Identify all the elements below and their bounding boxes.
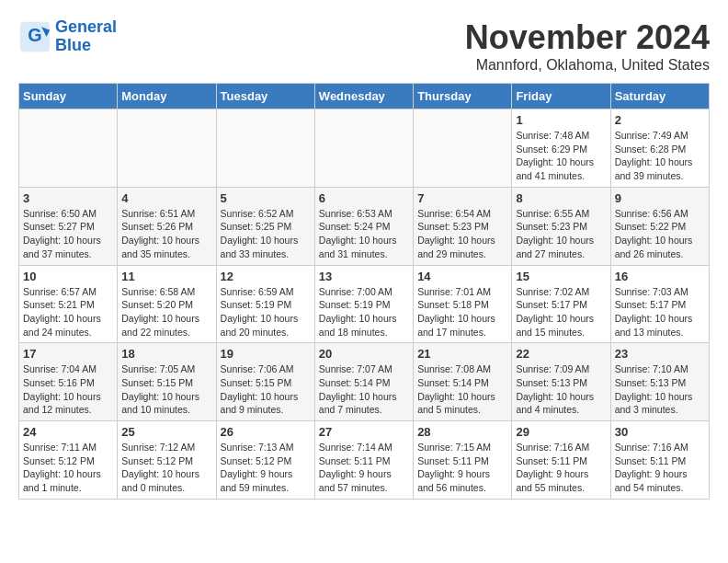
empty-cell (118, 109, 216, 188)
day-cell-17: 17Sunrise: 7:04 AM Sunset: 5:16 PM Dayli… (19, 343, 118, 421)
day-number: 10 (23, 270, 113, 283)
day-number: 22 (516, 347, 606, 361)
day-header-saturday: Saturday (610, 84, 709, 109)
day-cell-30: 30Sunrise: 7:16 AM Sunset: 5:11 PM Dayli… (610, 421, 709, 500)
week-row-3: 10Sunrise: 6:57 AM Sunset: 5:21 PM Dayli… (19, 265, 710, 343)
day-number: 23 (615, 347, 705, 361)
empty-cell (314, 109, 413, 188)
day-cell-13: 13Sunrise: 7:00 AM Sunset: 5:19 PM Dayli… (314, 265, 413, 343)
day-number: 30 (615, 425, 705, 439)
day-cell-7: 7Sunrise: 6:54 AM Sunset: 5:23 PM Daylig… (414, 187, 512, 265)
day-cell-2: 2Sunrise: 7:49 AM Sunset: 6:28 PM Daylig… (610, 109, 709, 188)
day-info: Sunrise: 7:01 AM Sunset: 5:18 PM Dayligh… (417, 285, 507, 339)
day-cell-23: 23Sunrise: 7:10 AM Sunset: 5:13 PM Dayli… (610, 343, 709, 421)
day-number: 16 (615, 270, 705, 283)
day-info: Sunrise: 7:16 AM Sunset: 5:11 PM Dayligh… (516, 441, 606, 495)
day-info: Sunrise: 7:03 AM Sunset: 5:17 PM Dayligh… (615, 285, 705, 339)
day-cell-18: 18Sunrise: 7:05 AM Sunset: 5:15 PM Dayli… (118, 343, 216, 421)
day-info: Sunrise: 7:05 AM Sunset: 5:15 PM Dayligh… (121, 362, 211, 417)
day-info: Sunrise: 7:09 AM Sunset: 5:13 PM Dayligh… (516, 362, 606, 417)
day-cell-9: 9Sunrise: 6:56 AM Sunset: 5:22 PM Daylig… (610, 187, 709, 265)
day-number: 1 (516, 113, 606, 127)
day-info: Sunrise: 6:55 AM Sunset: 5:23 PM Dayligh… (516, 207, 606, 261)
day-info: Sunrise: 6:54 AM Sunset: 5:23 PM Dayligh… (417, 207, 507, 261)
day-cell-16: 16Sunrise: 7:03 AM Sunset: 5:17 PM Dayli… (610, 265, 709, 343)
logo: G General Blue (18, 18, 117, 55)
day-header-monday: Monday (118, 84, 216, 109)
day-cell-28: 28Sunrise: 7:15 AM Sunset: 5:11 PM Dayli… (414, 421, 512, 500)
day-info: Sunrise: 7:11 AM Sunset: 5:12 PM Dayligh… (23, 441, 113, 495)
calendar-header-row: SundayMondayTuesdayWednesdayThursdayFrid… (19, 84, 710, 109)
day-info: Sunrise: 7:06 AM Sunset: 5:15 PM Dayligh… (221, 362, 311, 417)
day-number: 14 (417, 270, 507, 283)
day-number: 25 (121, 425, 211, 439)
day-info: Sunrise: 6:57 AM Sunset: 5:21 PM Dayligh… (23, 285, 113, 339)
day-info: Sunrise: 7:00 AM Sunset: 5:19 PM Dayligh… (319, 285, 409, 339)
day-info: Sunrise: 6:50 AM Sunset: 5:27 PM Dayligh… (23, 207, 113, 261)
day-cell-3: 3Sunrise: 6:50 AM Sunset: 5:27 PM Daylig… (19, 187, 118, 265)
day-cell-20: 20Sunrise: 7:07 AM Sunset: 5:14 PM Dayli… (314, 343, 413, 421)
day-number: 7 (417, 191, 507, 205)
day-cell-4: 4Sunrise: 6:51 AM Sunset: 5:26 PM Daylig… (118, 187, 216, 265)
day-header-thursday: Thursday (414, 84, 512, 109)
day-header-sunday: Sunday (19, 84, 118, 109)
title-area: November 2024 Mannford, Oklahoma, United… (465, 18, 710, 74)
day-cell-11: 11Sunrise: 6:58 AM Sunset: 5:20 PM Dayli… (118, 265, 216, 343)
day-info: Sunrise: 6:56 AM Sunset: 5:22 PM Dayligh… (615, 207, 705, 261)
day-header-tuesday: Tuesday (216, 84, 314, 109)
day-cell-27: 27Sunrise: 7:14 AM Sunset: 5:11 PM Dayli… (314, 421, 413, 500)
day-info: Sunrise: 7:07 AM Sunset: 5:14 PM Dayligh… (319, 362, 409, 417)
svg-text:G: G (28, 25, 41, 45)
day-cell-5: 5Sunrise: 6:52 AM Sunset: 5:25 PM Daylig… (216, 187, 314, 265)
day-info: Sunrise: 7:10 AM Sunset: 5:13 PM Dayligh… (615, 362, 705, 417)
day-number: 2 (615, 113, 705, 127)
day-cell-15: 15Sunrise: 7:02 AM Sunset: 5:17 PM Dayli… (512, 265, 610, 343)
day-number: 24 (23, 425, 113, 439)
day-number: 3 (23, 191, 113, 205)
day-cell-24: 24Sunrise: 7:11 AM Sunset: 5:12 PM Dayli… (19, 421, 118, 500)
day-number: 9 (615, 191, 705, 205)
day-cell-6: 6Sunrise: 6:53 AM Sunset: 5:24 PM Daylig… (314, 187, 413, 265)
week-row-5: 24Sunrise: 7:11 AM Sunset: 5:12 PM Dayli… (19, 421, 710, 500)
empty-cell (414, 109, 512, 188)
day-number: 6 (319, 191, 409, 205)
day-number: 13 (319, 270, 409, 283)
day-number: 4 (121, 191, 211, 205)
day-info: Sunrise: 7:13 AM Sunset: 5:12 PM Dayligh… (221, 441, 311, 495)
location-title: Mannford, Oklahoma, United States (465, 57, 710, 74)
day-cell-29: 29Sunrise: 7:16 AM Sunset: 5:11 PM Dayli… (512, 421, 610, 500)
calendar-body: 1Sunrise: 7:48 AM Sunset: 6:29 PM Daylig… (19, 109, 710, 500)
day-number: 12 (221, 270, 311, 283)
day-info: Sunrise: 7:15 AM Sunset: 5:11 PM Dayligh… (417, 441, 507, 495)
day-number: 8 (516, 191, 606, 205)
day-number: 21 (417, 347, 507, 361)
day-number: 17 (23, 347, 113, 361)
day-cell-1: 1Sunrise: 7:48 AM Sunset: 6:29 PM Daylig… (512, 109, 610, 188)
day-info: Sunrise: 7:49 AM Sunset: 6:28 PM Dayligh… (615, 129, 705, 183)
day-info: Sunrise: 7:16 AM Sunset: 5:11 PM Dayligh… (615, 441, 705, 495)
day-cell-12: 12Sunrise: 6:59 AM Sunset: 5:19 PM Dayli… (216, 265, 314, 343)
day-number: 11 (121, 270, 211, 283)
day-number: 15 (516, 270, 606, 283)
day-number: 5 (221, 191, 311, 205)
week-row-4: 17Sunrise: 7:04 AM Sunset: 5:16 PM Dayli… (19, 343, 710, 421)
empty-cell (19, 109, 118, 188)
day-cell-21: 21Sunrise: 7:08 AM Sunset: 5:14 PM Dayli… (414, 343, 512, 421)
logo-text: General Blue (55, 18, 117, 55)
day-cell-22: 22Sunrise: 7:09 AM Sunset: 5:13 PM Dayli… (512, 343, 610, 421)
day-cell-8: 8Sunrise: 6:55 AM Sunset: 5:23 PM Daylig… (512, 187, 610, 265)
day-info: Sunrise: 6:53 AM Sunset: 5:24 PM Dayligh… (319, 207, 409, 261)
day-number: 19 (221, 347, 311, 361)
day-info: Sunrise: 7:04 AM Sunset: 5:16 PM Dayligh… (23, 362, 113, 417)
week-row-2: 3Sunrise: 6:50 AM Sunset: 5:27 PM Daylig… (19, 187, 710, 265)
day-cell-14: 14Sunrise: 7:01 AM Sunset: 5:18 PM Dayli… (414, 265, 512, 343)
day-cell-25: 25Sunrise: 7:12 AM Sunset: 5:12 PM Dayli… (118, 421, 216, 500)
day-info: Sunrise: 6:51 AM Sunset: 5:26 PM Dayligh… (121, 207, 211, 261)
day-number: 18 (121, 347, 211, 361)
logo-icon: G (18, 20, 51, 53)
day-cell-19: 19Sunrise: 7:06 AM Sunset: 5:15 PM Dayli… (216, 343, 314, 421)
day-info: Sunrise: 7:48 AM Sunset: 6:29 PM Dayligh… (516, 129, 606, 183)
month-title: November 2024 (465, 18, 710, 57)
day-number: 27 (319, 425, 409, 439)
day-cell-26: 26Sunrise: 7:13 AM Sunset: 5:12 PM Dayli… (216, 421, 314, 500)
